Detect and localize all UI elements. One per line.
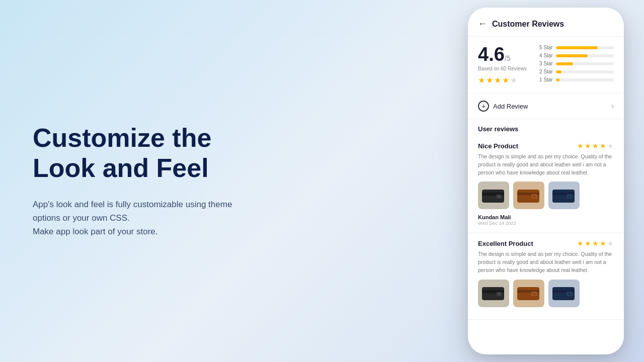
rating-score: 4.6: [478, 44, 505, 65]
product-thumb-2c[interactable]: [548, 280, 580, 307]
review-top-1: Nice Product ★ ★ ★ ★ ★: [478, 142, 614, 150]
bar-track-4: [556, 54, 614, 57]
bar-track-1: [556, 78, 614, 81]
subtext-line3: Make app look part of your store.: [33, 227, 158, 236]
svg-point-15: [498, 293, 500, 295]
bar-track-3: [556, 62, 614, 65]
bar-label-5: 5 Star: [537, 45, 553, 50]
svg-point-7: [533, 196, 535, 198]
r1-star2: ★: [585, 142, 591, 150]
bar-fill-4: [556, 54, 588, 57]
bar-row-4: 4 Star: [537, 53, 614, 58]
subtext-line2: options or your own CSS.: [33, 213, 130, 223]
review-top-2: Excellent Product ★ ★ ★ ★ ★: [478, 239, 614, 247]
left-panel: Customize the Look and Feel App's look a…: [33, 123, 325, 238]
bar-label-4: 4 Star: [537, 53, 553, 58]
bar-fill-3: [556, 62, 574, 65]
svg-point-11: [569, 196, 571, 198]
svg-point-3: [498, 196, 500, 198]
headline-line2: Look and Feel: [33, 153, 209, 183]
bar-label-3: 3 Star: [537, 61, 553, 66]
based-on-text: Based on 60 Reviews: [478, 66, 527, 71]
bar-row-1: 1 Star: [537, 77, 614, 82]
big-rating: 4.6/5: [478, 45, 527, 64]
wallet-black-svg-2: [481, 283, 506, 303]
add-review-row[interactable]: + Add Review ›: [468, 94, 624, 119]
phone-frame: ← Customer Reviews 4.6/5 Based on 60 Rev…: [468, 8, 624, 354]
r2-star1: ★: [577, 239, 584, 247]
product-thumb-1b[interactable]: [513, 182, 544, 209]
rating-summary: 4.6/5 Based on 60 Reviews ★ ★ ★ ★ ★ 5 St…: [468, 37, 624, 94]
header-title: Customer Reviews: [492, 20, 564, 29]
review-card-2: Excellent Product ★ ★ ★ ★ ★ The design i…: [468, 233, 624, 319]
bar-track-5: [556, 46, 614, 49]
star-3: ★: [494, 75, 501, 85]
chevron-right-icon: ›: [611, 102, 614, 111]
product-thumb-1c[interactable]: [548, 182, 580, 209]
r2-star4: ★: [600, 239, 606, 247]
bar-fill-2: [556, 70, 562, 73]
rating-bars: 5 Star 4 Star 3 Star: [537, 45, 614, 85]
main-subtext: App's look and feel is fully customizabl…: [33, 198, 325, 239]
svg-point-23: [569, 293, 571, 295]
bar-row-2: 2 Star: [537, 69, 614, 74]
rating-out-of: /5: [505, 54, 511, 62]
rating-left: 4.6/5 Based on 60 Reviews ★ ★ ★ ★ ★: [478, 45, 527, 85]
wallet-brown-svg-2: [516, 283, 541, 303]
r1-star5: ★: [607, 142, 614, 150]
product-thumb-1a[interactable]: [478, 182, 509, 209]
add-review-left: + Add Review: [478, 101, 528, 112]
circle-plus-icon: +: [478, 101, 489, 112]
r1-star1: ★: [577, 142, 584, 150]
bar-track-2: [556, 70, 614, 73]
star-5: ★: [510, 75, 517, 85]
r1-star3: ★: [592, 142, 599, 150]
star-1: ★: [478, 75, 485, 85]
r1-star4: ★: [600, 142, 606, 150]
phone-inner: ← Customer Reviews 4.6/5 Based on 60 Rev…: [468, 8, 624, 354]
add-review-label: Add Review: [493, 103, 528, 110]
main-headline: Customize the Look and Feel: [33, 123, 325, 184]
phone-mockup: ← Customer Reviews 4.6/5 Based on 60 Rev…: [468, 8, 624, 354]
r2-star5: ★: [607, 239, 614, 247]
reviews-header: ← Customer Reviews: [468, 8, 624, 37]
review-card-1: Nice Product ★ ★ ★ ★ ★ The design is sim…: [468, 136, 624, 233]
review-title-1: Nice Product: [478, 142, 518, 150]
wallet-navy-svg: [551, 186, 577, 206]
product-thumb-2b[interactable]: [513, 280, 544, 307]
subtext-line1: App's look and feel is fully customizabl…: [33, 200, 232, 209]
headline-line1: Customize the: [33, 123, 211, 152]
bar-row-3: 3 Star: [537, 61, 614, 66]
back-arrow-icon[interactable]: ←: [478, 19, 487, 29]
product-thumb-2a[interactable]: [478, 280, 509, 307]
review-stars-1: ★ ★ ★ ★ ★: [577, 142, 614, 150]
r2-star2: ★: [585, 239, 591, 247]
reviewer-date-1: Wed Dec 14 2022: [478, 220, 614, 226]
review-text-1: The design is simple and as per my choic…: [478, 153, 614, 176]
summary-stars: ★ ★ ★ ★ ★: [478, 75, 527, 85]
wallet-brown-svg: [516, 186, 541, 206]
review-stars-2: ★ ★ ★ ★ ★: [577, 239, 614, 247]
user-reviews-label: User reviews: [468, 119, 624, 136]
wallet-navy-svg-2: [551, 283, 577, 303]
review-title-2: Excellent Product: [478, 240, 533, 247]
review-images-2: [478, 280, 614, 307]
bar-fill-5: [556, 46, 598, 49]
reviewer-name-1: Kundan Mali: [478, 214, 614, 220]
wallet-black-svg: [481, 186, 506, 206]
star-4: ★: [502, 75, 509, 85]
star-2: ★: [486, 75, 493, 85]
bar-row-5: 5 Star: [537, 45, 614, 50]
bar-label-2: 2 Star: [537, 69, 553, 74]
review-text-2: The design is simple and as per my choic…: [478, 250, 614, 274]
svg-point-19: [533, 293, 535, 295]
bar-fill-1: [556, 78, 559, 81]
bar-label-1: 1 Star: [537, 77, 553, 82]
review-images-1: [478, 182, 614, 209]
r2-star3: ★: [592, 239, 599, 247]
